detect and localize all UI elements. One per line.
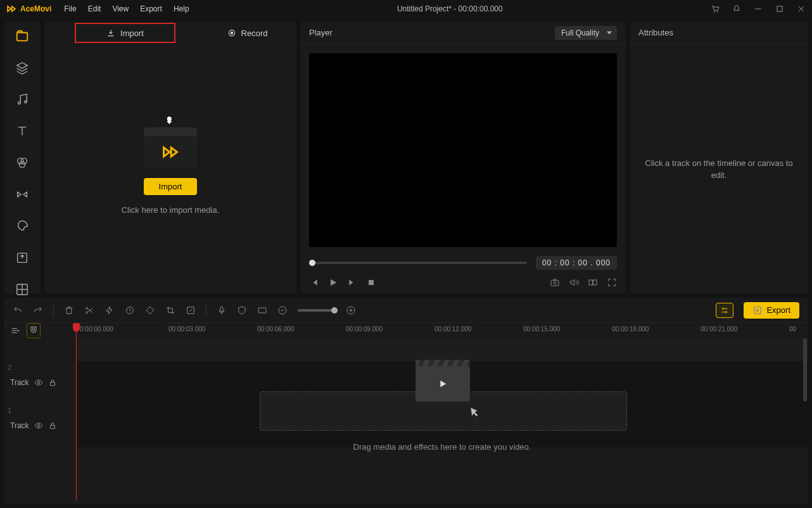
edit-icon[interactable] [186,305,196,315]
svg-rect-3 [777,6,782,11]
svg-rect-27 [220,307,223,312]
sidebar-text[interactable] [14,124,30,138]
attributes-panel: Attributes Click a track on the timeline… [630,22,808,294]
sidebar [4,22,41,294]
track-options-icon[interactable] [10,326,20,336]
lock-icon[interactable] [48,421,57,430]
time-display: 00 : 00 : 00 . 000 [536,256,617,270]
sidebar-media[interactable] [14,29,30,43]
menu-file[interactable]: File [64,4,76,13]
media-panel: Import Record Import Click here to impor… [44,22,296,294]
prev-frame-icon[interactable] [309,277,319,288]
svg-rect-6 [17,33,28,41]
svg-point-24 [86,312,88,314]
sidebar-export[interactable] [14,251,30,265]
import-button[interactable]: Import [144,178,198,195]
eye-icon[interactable] [34,378,43,387]
svg-rect-47 [50,425,54,428]
timeline: Export 0:00:00.000 00:00:03.000 00:00:06… [4,298,808,504]
menu-help[interactable]: Help [174,4,189,13]
svg-rect-28 [258,308,266,313]
minimize-icon[interactable] [754,4,763,13]
svg-point-20 [554,282,556,284]
track-header-1[interactable]: 1 Track [4,404,75,447]
bell-icon[interactable] [732,4,741,13]
undo-icon[interactable] [13,305,23,315]
maximize-icon[interactable] [775,4,784,13]
track-header-2[interactable]: 2 Track [4,361,75,404]
svg-rect-22 [593,280,597,285]
export-button[interactable]: Export [744,302,799,319]
svg-rect-21 [589,280,592,285]
svg-point-7 [18,102,21,105]
timeline-ruler[interactable]: 0:00:00.000 00:00:03.000 00:00:06.000 00… [76,323,808,338]
voiceover-icon[interactable] [217,305,227,315]
delete-icon[interactable] [64,305,74,315]
tab-import[interactable]: Import [75,23,175,43]
next-frame-icon[interactable] [347,277,357,288]
volume-icon[interactable] [569,277,579,288]
menu-export[interactable]: Export [140,4,162,13]
eye-icon[interactable] [34,421,43,430]
drop-hint: Drag media and effects here to create yo… [76,442,808,452]
sidebar-filters[interactable] [14,156,30,170]
svg-point-46 [37,424,40,427]
app-logo: AceMovi [6,4,51,14]
sidebar-split[interactable] [14,283,30,296]
svg-point-44 [37,381,40,384]
player-title: Player [309,28,333,37]
speed-icon[interactable] [105,305,115,315]
cart-icon[interactable] [711,4,720,13]
timeline-settings[interactable] [716,303,733,318]
import-folder-icon[interactable] [144,124,197,168]
seek-slider[interactable] [309,262,527,264]
titlebar: AceMovi File Edit View Export Help Untit… [0,0,812,18]
tab-record[interactable]: Record [198,22,296,44]
play-icon[interactable] [328,277,338,288]
svg-rect-45 [50,382,54,385]
svg-point-10 [21,158,27,164]
svg-point-36 [723,308,725,310]
zoom-slider[interactable] [298,309,336,312]
tag-icon[interactable] [145,305,155,315]
svg-rect-18 [369,280,374,285]
compare-icon[interactable] [588,277,598,288]
sidebar-stickers[interactable] [14,219,30,233]
playhead[interactable] [76,323,77,500]
import-hint: Click here to import media. [122,205,220,215]
fullscreen-icon[interactable] [607,277,617,288]
svg-point-11 [19,162,25,167]
svg-point-0 [714,11,714,12]
player-panel: Player Full Quality 00 : 00 : 00 . 000 [300,22,626,294]
sidebar-transitions[interactable] [14,187,30,201]
menu-view[interactable]: View [112,4,129,13]
sidebar-audio[interactable] [14,92,30,106]
svg-point-23 [86,307,88,309]
close-icon[interactable] [797,4,806,13]
timeline-scrollbar[interactable] [803,338,807,402]
svg-point-1 [717,11,718,12]
aspect-icon[interactable] [257,305,267,315]
menu-edit[interactable]: Edit [88,4,101,13]
sidebar-layers[interactable] [14,61,30,75]
magnet-icon[interactable] [27,323,41,338]
lock-icon[interactable] [48,378,57,387]
project-title: Untitled Project* - 00:00:00.000 [189,4,711,13]
player-viewport[interactable] [309,53,617,247]
zoom-in-icon[interactable] [346,305,356,315]
stop-icon[interactable] [366,277,376,288]
drop-clip-icon [416,366,470,402]
attributes-title: Attributes [638,28,673,37]
redo-icon[interactable] [33,305,43,315]
zoom-out-icon[interactable] [277,305,288,315]
svg-point-37 [725,311,727,313]
crop-icon[interactable] [165,305,175,315]
quality-select[interactable]: Full Quality [555,26,617,40]
svg-point-17 [231,32,233,34]
shield-icon[interactable] [237,305,247,315]
cursor-icon [466,405,480,419]
split-icon[interactable] [84,305,94,315]
snapshot-icon[interactable] [550,277,560,288]
rotate-icon[interactable] [125,305,135,315]
track-area[interactable]: Drag media and effects here to create yo… [76,338,808,504]
